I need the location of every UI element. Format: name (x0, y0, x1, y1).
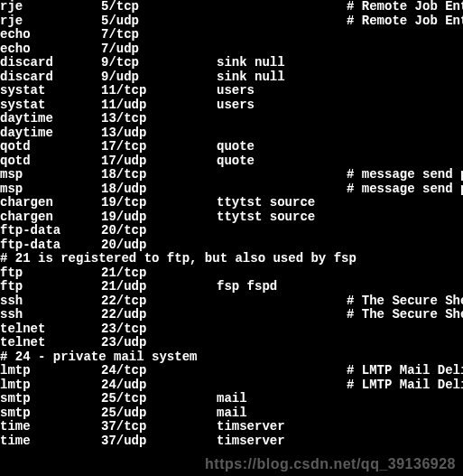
service-line: ftp-data20/udp (0, 238, 463, 253)
aliases: users (217, 98, 347, 113)
service-name: ftp-data (0, 224, 101, 238)
aliases (217, 112, 347, 126)
comment (347, 42, 463, 57)
port-proto: 37/udp (101, 434, 217, 449)
comment-line: # 21 is registered to ftp, but also used… (0, 252, 463, 266)
service-line: discard9/tcpsink null (0, 56, 463, 70)
comment (347, 420, 463, 434)
service-name: daytime (0, 112, 101, 126)
service-name: qotd (0, 140, 101, 154)
comment: # LMTP Mail Deliv (347, 378, 463, 393)
service-name: msp (0, 168, 101, 182)
port-proto: 24/udp (101, 378, 217, 393)
aliases (217, 126, 347, 141)
service-line: qotd17/tcpquote (0, 140, 463, 154)
service-line: systat11/udpusers (0, 98, 463, 113)
port-proto: 13/udp (101, 126, 217, 141)
aliases (217, 336, 347, 350)
service-line: smtp25/tcpmail (0, 392, 463, 406)
port-proto: 19/tcp (101, 196, 217, 210)
comment: # message send pr (347, 182, 463, 197)
service-name: systat (0, 84, 101, 98)
service-name: rje (0, 14, 101, 29)
service-line: time37/udptimserver (0, 434, 463, 449)
port-proto: 24/tcp (101, 364, 217, 378)
port-proto: 5/tcp (101, 0, 217, 14)
service-name: chargen (0, 196, 101, 210)
service-line: chargen19/udpttytst source (0, 210, 463, 225)
service-line: qotd17/udpquote (0, 154, 463, 169)
service-name: ssh (0, 294, 101, 309)
aliases (217, 294, 347, 309)
aliases: sink null (217, 70, 347, 85)
aliases (217, 238, 347, 253)
comment (347, 98, 463, 113)
service-line: msp18/tcp# message send pr (0, 168, 463, 182)
aliases: timserver (217, 434, 347, 449)
service-name: smtp (0, 392, 101, 406)
port-proto: 18/tcp (101, 168, 217, 182)
service-name: smtp (0, 406, 101, 421)
aliases (217, 42, 347, 57)
comment: # The Secure Shel (347, 308, 463, 322)
port-proto: 25/udp (101, 406, 217, 421)
aliases (217, 0, 347, 14)
terminal-output: rje5/tcp# Remote Job Entrrje5/udp# Remot… (0, 0, 463, 448)
port-proto: 22/udp (101, 308, 217, 322)
comment: # Remote Job Entr (347, 0, 463, 14)
comment (347, 28, 463, 42)
port-proto: 9/udp (101, 70, 217, 85)
comment (347, 196, 463, 210)
service-name: rje (0, 0, 101, 14)
port-proto: 18/udp (101, 182, 217, 197)
service-name: echo (0, 28, 101, 42)
port-proto: 20/udp (101, 238, 217, 253)
aliases: ttytst source (217, 210, 347, 225)
service-name: discard (0, 70, 101, 85)
comment: # message send pr (347, 168, 463, 182)
aliases (217, 28, 347, 42)
service-name: telnet (0, 336, 101, 350)
service-line: ssh22/tcp# The Secure Shel (0, 294, 463, 309)
port-proto: 23/tcp (101, 322, 217, 337)
aliases: users (217, 84, 347, 98)
aliases (217, 224, 347, 238)
service-name: ftp (0, 266, 101, 281)
aliases (217, 378, 347, 393)
service-name: ftp (0, 280, 101, 294)
service-name: time (0, 434, 101, 449)
service-name: lmtp (0, 378, 101, 393)
port-proto: 11/tcp (101, 84, 217, 98)
service-line: ftp21/tcp (0, 266, 463, 281)
comment (347, 224, 463, 238)
port-proto: 11/udp (101, 98, 217, 113)
aliases: timserver (217, 420, 347, 434)
service-name: telnet (0, 322, 101, 337)
port-proto: 20/tcp (101, 224, 217, 238)
service-line: lmtp24/udp# LMTP Mail Deliv (0, 378, 463, 393)
port-proto: 7/udp (101, 42, 217, 57)
aliases (217, 14, 347, 29)
service-line: systat11/tcpusers (0, 84, 463, 98)
service-name: qotd (0, 154, 101, 169)
aliases: quote (217, 154, 347, 169)
comment-text: # 24 - private mail system (0, 350, 197, 365)
service-line: msp18/udp# message send pr (0, 182, 463, 197)
service-line: daytime13/udp (0, 126, 463, 141)
aliases (217, 168, 347, 182)
service-name: lmtp (0, 364, 101, 378)
service-line: echo7/tcp (0, 28, 463, 42)
service-name: systat (0, 98, 101, 113)
service-line: rje5/tcp# Remote Job Entr (0, 0, 463, 14)
service-line: ftp-data20/tcp (0, 224, 463, 238)
comment (347, 210, 463, 225)
service-line: time37/tcptimserver (0, 420, 463, 434)
comment (347, 392, 463, 406)
port-proto: 7/tcp (101, 28, 217, 42)
service-line: echo7/udp (0, 42, 463, 57)
port-proto: 37/tcp (101, 420, 217, 434)
comment (347, 112, 463, 126)
service-name: daytime (0, 126, 101, 141)
aliases (217, 308, 347, 322)
service-name: echo (0, 42, 101, 57)
